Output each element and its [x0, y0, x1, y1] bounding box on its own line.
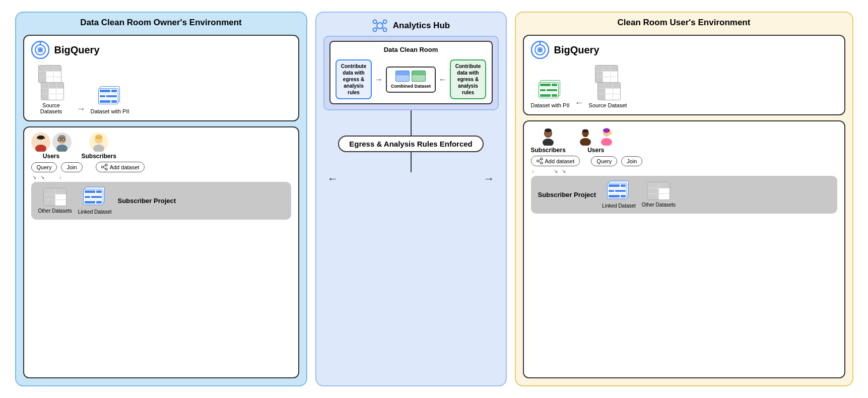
owner-people-panel: Users Subscribers: [23, 126, 299, 378]
owner-pii-label: Dataset with PII: [91, 108, 129, 114]
user-query-btn[interactable]: Query: [591, 156, 617, 166]
svg-point-25: [373, 20, 376, 24]
user-arrow-left: ←: [575, 98, 584, 108]
user-users-label: Users: [587, 147, 604, 154]
user-subscribers-label: Subscribers: [531, 147, 566, 154]
user-bq-panel: BigQuery Dataset with PII: [523, 35, 845, 115]
hub-title: Analytics Hub: [323, 18, 499, 34]
owner-avatar-1: [31, 132, 50, 152]
hub-vertical-section: Egress & Analysis Rules Enforced ← →: [323, 110, 499, 378]
svg-line-23: [103, 167, 105, 168]
svg-point-39: [543, 139, 554, 146]
svg-point-49: [603, 128, 610, 133]
svg-point-21: [101, 166, 103, 168]
hub-v-line-2: [411, 152, 412, 172]
source-datasets-label: Source Datasets: [31, 102, 72, 114]
user-pii-icon: [539, 80, 562, 100]
combined-blue-icon: [395, 71, 410, 82]
svg-point-45: [582, 129, 588, 133]
svg-line-55: [539, 161, 541, 162]
user-pii-dataset-group: Dataset with PII: [531, 80, 570, 108]
user-linked-label: Linked Dataset: [602, 203, 636, 209]
owner-join-btn[interactable]: Join: [61, 162, 82, 172]
user-add-dataset-label: Add dataset: [545, 158, 575, 164]
owner-other-table: [43, 188, 66, 206]
svg-point-20: [105, 168, 107, 170]
source-table-2: [41, 82, 64, 100]
user-linked-icon: [607, 181, 630, 201]
owner-env-title: Data Clean Room Owner's Environment: [23, 18, 299, 28]
svg-point-51: [541, 158, 543, 160]
egress-banner: Egress & Analysis Rules Enforced: [338, 136, 484, 152]
owner-subscriber-project-box: Other Datasets Linked Dataset: [31, 182, 291, 220]
user-sub-avatar-1: [539, 126, 558, 146]
user-query-label: Query: [596, 158, 612, 164]
hub-icon: [372, 18, 388, 34]
dcr-content-row: Contribute data with egress & analysis r…: [336, 59, 487, 99]
source-tables-icon: [38, 65, 64, 100]
hub-inner-panel: Data Clean Room Contribute data with egr…: [323, 36, 499, 110]
svg-point-17: [93, 145, 104, 152]
svg-line-22: [103, 165, 105, 166]
svg-point-6: [35, 145, 46, 152]
owner-linked-label: Linked Dataset: [78, 209, 112, 215]
owner-users-group: Users: [31, 132, 72, 160]
owner-sub-project-label: Subscriber Project: [117, 197, 176, 205]
user-source-dataset-group: Source Dataset: [589, 65, 627, 108]
source-table-1: [38, 65, 61, 83]
hub-arrow-2: ←: [439, 75, 447, 84]
user-pii-label: Dataset with PII: [531, 102, 570, 108]
share-icon-owner: [101, 164, 108, 170]
user-join-btn[interactable]: Join: [621, 156, 642, 166]
user-source-table-1: [595, 65, 618, 83]
user-add-dataset-btn[interactable]: Add dataset: [531, 156, 580, 166]
owner-avatar-2: [52, 132, 72, 152]
svg-point-36: [539, 48, 542, 51]
user-sub-project-section: Subscriber Project Linked Dataset: [538, 181, 830, 209]
svg-point-28: [383, 28, 386, 32]
svg-point-48: [601, 138, 612, 146]
svg-point-3: [39, 48, 42, 51]
owner-pii-icon: [98, 86, 121, 106]
hub-title-text: Analytics Hub: [393, 21, 450, 31]
owner-other-datasets-label: Other Datasets: [38, 208, 72, 214]
combined-dataset-box: Combined Dataset: [386, 67, 436, 93]
owner-linked-dataset-group: Linked Dataset: [78, 187, 112, 215]
contribute-blue-pill: Contribute data with egress & analysis r…: [336, 59, 372, 99]
svg-point-50: [609, 131, 612, 135]
owner-subscribers-group: Subscribers: [82, 132, 116, 160]
owner-sub-avatar-1: [89, 132, 108, 152]
owner-user-avatars: [31, 132, 72, 152]
owner-person-section: Users Subscribers: [31, 132, 291, 160]
owner-add-dataset-btn[interactable]: Add dataset: [96, 162, 145, 172]
user-env-title: Clean Room User's Environment: [523, 18, 845, 28]
user-people-panel: Subscribers: [523, 120, 845, 378]
user-sub-project-label: Subscriber Project: [538, 191, 596, 198]
svg-point-46: [583, 134, 588, 137]
owner-join-label: Join: [66, 164, 77, 170]
svg-line-54: [539, 159, 541, 160]
owner-query-btn[interactable]: Query: [31, 162, 57, 172]
user-join-label: Join: [627, 158, 637, 164]
bq-icon-user: [531, 41, 549, 59]
owner-other-datasets-group: Other Datasets: [38, 188, 72, 214]
egress-text: Egress & Analysis Rules Enforced: [349, 140, 473, 148]
contribute-green-text: Contribute data with egress & analysis r…: [455, 63, 481, 95]
user-datasets-row: Dataset with PII ←: [531, 65, 837, 108]
owner-users-label: Users: [43, 153, 59, 160]
svg-point-52: [541, 162, 543, 164]
svg-point-44: [580, 138, 591, 146]
svg-point-26: [383, 20, 386, 24]
owner-bq-label: BigQuery: [54, 44, 100, 56]
combined-green-icon: [412, 71, 426, 82]
owner-environment: Data Clean Room Owner's Environment BigQ…: [15, 12, 307, 386]
hub-horizontal-arrows: ← →: [323, 172, 499, 185]
svg-point-19: [105, 164, 107, 166]
dcr-title: Data Clean Room: [384, 46, 438, 53]
arrow-right-hub: →: [484, 172, 495, 185]
user-other-datasets-group: Other Datasets: [642, 182, 676, 208]
svg-point-11: [56, 145, 68, 152]
owner-arrow-right: →: [77, 104, 86, 114]
share-icon-user: [537, 158, 543, 164]
owner-add-dataset-label: Add dataset: [110, 164, 140, 170]
